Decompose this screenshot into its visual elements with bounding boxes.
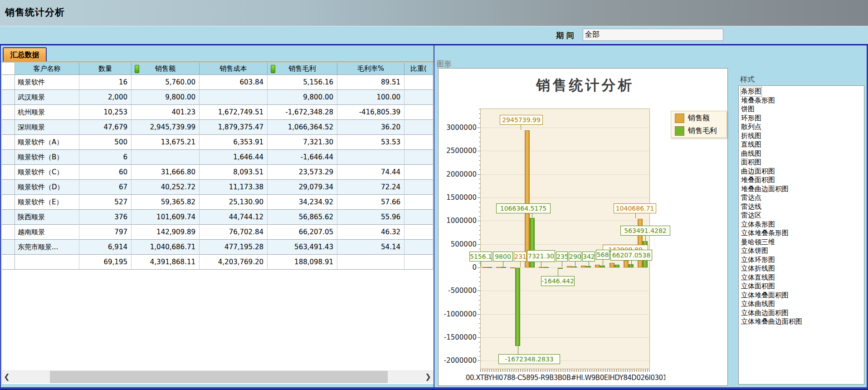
style-list-item[interactable]: 饼图: [741, 105, 864, 114]
x-axis-tick: [540, 369, 541, 372]
x-axis-tick: [566, 369, 566, 372]
table-cell: 6,353.91: [200, 135, 268, 150]
sales-bar: [567, 266, 572, 267]
annotation: 235: [556, 252, 568, 262]
table-row[interactable]: 顺景软件165,760.00603.845,156.1689.51: [2, 75, 434, 90]
x-axis-tick: [524, 369, 524, 372]
table-header-cell[interactable]: 毛利率%: [337, 63, 405, 75]
table-header-cell[interactable]: 数量: [79, 63, 132, 75]
x-axis-tick: [560, 369, 561, 372]
annotation-connector: [645, 236, 646, 241]
style-list-item[interactable]: 立体曲线图: [741, 300, 864, 309]
annotation-connector: [635, 213, 636, 218]
y-axis-minor-tick: [479, 309, 480, 310]
annotation: 342: [582, 252, 595, 262]
style-list-item[interactable]: 立体曲边面积图: [741, 309, 864, 318]
x-axis-tick: [526, 369, 526, 372]
table-cell: 57.66: [337, 195, 405, 210]
style-list-item[interactable]: 立体折线图: [741, 264, 864, 273]
table-header-cell[interactable]: 比重(: [405, 63, 433, 75]
x-axis-tick: [636, 369, 637, 372]
table-cell: [405, 240, 433, 255]
annotation: 9800: [493, 252, 513, 262]
table-cell: 34,234.92: [268, 195, 337, 210]
scroll-left-arrow-icon[interactable]: ❮: [2, 371, 12, 383]
table-cell: 顺景软件: [15, 75, 79, 90]
style-list-item[interactable]: 堆叠面积图: [741, 176, 864, 185]
style-list-item[interactable]: 立体堆叠面积图: [741, 291, 864, 300]
style-list-item[interactable]: 雷达区: [741, 211, 864, 220]
style-list-item[interactable]: 堆叠条形图: [741, 96, 864, 105]
style-list-item[interactable]: 曲线图: [741, 149, 864, 158]
tab-summary-data[interactable]: 汇总数据: [3, 47, 47, 62]
style-list-item[interactable]: 曲边面积图: [741, 167, 864, 176]
table-total-row[interactable]: 69,1954,391,868.114,203,769.20188,098.91: [2, 255, 434, 270]
y-axis-minor-tick: [479, 216, 480, 217]
style-list-item[interactable]: 立体条形图: [741, 220, 864, 229]
table-cell: [405, 105, 433, 120]
table-cell: [200, 90, 268, 105]
style-list-item[interactable]: 立体堆叠条形图: [741, 229, 864, 238]
style-list-item[interactable]: 立体饼图: [741, 247, 864, 256]
y-axis-minor-tick: [479, 207, 480, 207]
profit-bar: [487, 267, 492, 268]
style-list-item[interactable]: 条形图: [741, 87, 761, 96]
style-list-item[interactable]: 雷达点: [741, 193, 864, 202]
x-axis-tick: [491, 369, 492, 372]
table-cell: 23,573.29: [268, 165, 337, 180]
table-row[interactable]: 杭州顺景10,253401.231,672,749.51-1,672,348.2…: [2, 105, 434, 120]
style-list-item[interactable]: 立体环形图: [741, 256, 864, 265]
style-list-item[interactable]: 直线图: [741, 140, 864, 149]
y-axis-tick: [478, 244, 480, 245]
table-row[interactable]: 越南顺景797142,909.8976,702.8466,207.0546.32: [2, 225, 434, 240]
x-axis-tick: [609, 369, 610, 372]
table-row[interactable]: 顺景软件（A）50013,675.216,353.917,321.3053.53: [2, 135, 434, 150]
x-axis-tick: [536, 369, 537, 372]
table-header-cell[interactable]: 销售成本: [200, 63, 268, 75]
table-cell: [337, 150, 405, 165]
table-cell: 1,040,686.71: [132, 240, 200, 255]
style-list-item[interactable]: 立体堆叠曲边面积图: [741, 317, 864, 326]
y-axis-label: 0: [439, 263, 477, 272]
table-cell: 797: [79, 225, 132, 240]
period-input[interactable]: [583, 29, 723, 41]
style-list-item[interactable]: 雷达线: [741, 202, 864, 212]
table-row[interactable]: 陕西顺景376101,609.7444,744.1256,865.6255.96: [2, 210, 434, 225]
table-row[interactable]: 顺景软件（E）52759,365.8225,130.9034,234.9257.…: [2, 195, 434, 210]
style-list-item[interactable]: 散列点: [741, 123, 864, 132]
style-list-item[interactable]: 立体直线图: [741, 273, 864, 282]
x-axis-tick: [631, 369, 631, 372]
style-list-item[interactable]: 环形图: [741, 114, 864, 123]
table-row[interactable]: 顺景软件（C）6031,666.808,093.5123,573.2974.44: [2, 165, 434, 180]
profit-bar: [501, 267, 506, 268]
table-header-cell[interactable]: 客户名称: [15, 63, 79, 75]
y-axis-minor-tick: [479, 123, 480, 123]
table-row[interactable]: 顺景软件（D）6740,252.7211,173.3829,079.3472.2…: [2, 180, 434, 195]
y-axis-minor-tick: [479, 132, 480, 133]
table-header-cell[interactable]: 销售毛利: [268, 63, 337, 75]
x-axis-tick: [622, 369, 622, 372]
table-cell: 9,800.00: [268, 90, 337, 105]
y-axis-label: 2000000: [439, 170, 477, 178]
style-list-item[interactable]: 折线图: [741, 132, 864, 141]
chart-style-listbox[interactable]: 条形图堆叠条形图饼图环形图散列点折线图直线图曲线图面积图曲边面积图堆叠面积图堆叠…: [738, 85, 864, 385]
style-list-item[interactable]: 堆叠曲边面积图: [741, 185, 864, 194]
style-list-item[interactable]: 立体面积图: [741, 282, 864, 291]
x-axis-tick: [506, 369, 506, 372]
scrollbar-thumb[interactable]: [50, 371, 388, 383]
x-axis-tick: [596, 369, 597, 372]
y-axis-label: 500000: [439, 240, 477, 248]
annotation: 1040686.71: [614, 203, 656, 213]
table-row[interactable]: 东莞市顺景...6,9141,040,686.71477,195.28563,4…: [2, 240, 434, 255]
style-list-item[interactable]: 面积图: [741, 158, 864, 167]
table-row[interactable]: 顺景软件（B）61,646.44-1,646.44: [2, 150, 434, 165]
table-row[interactable]: 武汉顺景2,0009,800.009,800.00100.00: [2, 90, 434, 105]
style-list-item[interactable]: 曼哈顿三维: [741, 238, 864, 247]
table-row[interactable]: 深圳顺景47,6792,945,739.991,879,375.471,066,…: [2, 120, 434, 135]
x-axis-tick: [535, 369, 535, 372]
scroll-right-arrow-icon[interactable]: ❯: [423, 371, 433, 383]
x-axis-tick: [518, 369, 519, 372]
table-cell: 4,391,868.11: [132, 255, 200, 270]
table-header-cell[interactable]: 销售额: [132, 63, 200, 75]
horizontal-scrollbar[interactable]: ❮ ❯: [2, 370, 434, 383]
